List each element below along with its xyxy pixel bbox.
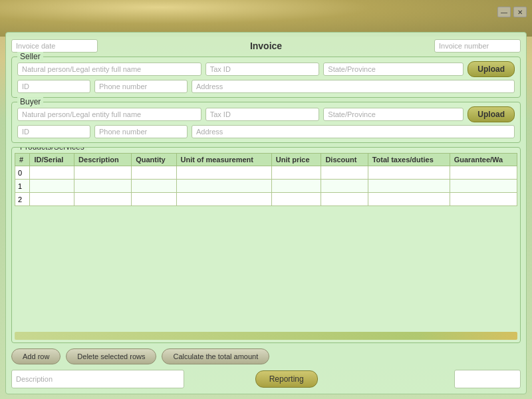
table-cell[interactable] — [132, 193, 176, 206]
table-cell[interactable]: 2 — [15, 193, 30, 206]
buyer-phone-input[interactable] — [94, 125, 188, 138]
col-taxes: Total taxes/duties — [368, 154, 450, 166]
footer-row: Reporting — [11, 370, 521, 388]
col-quantity: Quantity — [132, 154, 176, 166]
col-price: Unit price — [271, 154, 321, 166]
buyer-section: Buyer Upload — [11, 102, 521, 143]
table-cell[interactable] — [321, 193, 368, 206]
seller-fullname-input[interactable] — [17, 63, 201, 76]
buyer-id-input[interactable] — [17, 125, 90, 138]
action-buttons: Add row Delete selected rows Calculate t… — [11, 347, 521, 366]
products-table: # ID/Serial Description Quantity Unit of… — [15, 153, 517, 206]
buyer-legend: Buyer — [17, 97, 43, 106]
seller-section: Seller Upload — [11, 57, 521, 98]
table-cell[interactable] — [368, 166, 450, 180]
invoice-date-input[interactable] — [11, 39, 98, 53]
table-cell[interactable]: 1 — [15, 180, 30, 193]
col-guarantee: Guarantee/Wa — [450, 154, 517, 166]
table-cell[interactable] — [30, 180, 74, 193]
buyer-row-1: Upload — [17, 106, 515, 122]
table-cell[interactable] — [30, 193, 74, 206]
col-discount: Discount — [321, 154, 368, 166]
table-cell[interactable] — [74, 180, 132, 193]
table-cell[interactable] — [321, 180, 368, 193]
table-cell[interactable] — [271, 180, 321, 193]
invoice-number-input[interactable] — [434, 39, 521, 53]
buyer-fullname-input[interactable] — [17, 108, 201, 121]
table-cell[interactable] — [132, 180, 176, 193]
calculate-button[interactable]: Calculate the total amount — [162, 348, 269, 364]
table-cell[interactable] — [176, 180, 271, 193]
seller-row-2 — [17, 80, 515, 93]
col-description: Description — [74, 154, 132, 166]
close-button[interactable]: ✕ — [513, 7, 527, 17]
delete-rows-button[interactable]: Delete selected rows — [66, 348, 156, 364]
table-cell[interactable] — [450, 180, 517, 193]
seller-taxid-input[interactable] — [205, 63, 320, 76]
products-section: Products/Services # ID/Serial Descriptio… — [11, 147, 521, 343]
reporting-button[interactable]: Reporting — [255, 370, 318, 388]
table-cell[interactable] — [450, 193, 517, 206]
table-row[interactable]: 2 — [15, 193, 517, 206]
table-cell[interactable] — [271, 193, 321, 206]
table-cell[interactable] — [450, 166, 517, 180]
invoice-title: Invoice — [98, 41, 434, 51]
horizontal-scrollbar[interactable] — [15, 332, 517, 340]
seller-state-input[interactable] — [323, 63, 464, 76]
buyer-row-2 — [17, 125, 515, 138]
table-cell[interactable] — [30, 166, 74, 180]
table-cell[interactable] — [176, 166, 271, 180]
col-unit: Unit of measurement — [176, 154, 271, 166]
seller-id-input[interactable] — [17, 80, 90, 93]
table-row[interactable]: 1 — [15, 180, 517, 193]
table-cell[interactable] — [368, 193, 450, 206]
seller-address-input[interactable] — [192, 80, 515, 93]
footer-right-input[interactable] — [454, 370, 521, 388]
buyer-taxid-input[interactable] — [205, 108, 320, 121]
table-cell[interactable] — [321, 166, 368, 180]
titlebar: — ✕ — [0, 7, 532, 17]
main-window: Invoice Seller Upload Buyer Upload — [5, 32, 527, 394]
seller-row-1: Upload — [17, 61, 515, 77]
buyer-upload-button[interactable]: Upload — [467, 106, 515, 122]
seller-legend: Seller — [17, 52, 43, 61]
products-table-container[interactable]: # ID/Serial Description Quantity Unit of… — [15, 153, 517, 331]
invoice-header: Invoice — [11, 39, 521, 53]
buyer-state-input[interactable] — [323, 108, 464, 121]
seller-phone-input[interactable] — [94, 80, 188, 93]
description-input[interactable] — [11, 370, 184, 388]
minimize-button[interactable]: — — [497, 7, 511, 17]
table-header-row: # ID/Serial Description Quantity Unit of… — [15, 154, 517, 166]
table-cell[interactable] — [176, 193, 271, 206]
col-idserial: ID/Serial — [30, 154, 74, 166]
table-cell[interactable]: 0 — [15, 166, 30, 180]
table-cell[interactable] — [74, 193, 132, 206]
table-cell[interactable] — [368, 180, 450, 193]
col-num: # — [15, 154, 30, 166]
table-cell[interactable] — [74, 166, 132, 180]
buyer-address-input[interactable] — [192, 125, 515, 138]
table-row[interactable]: 0 — [15, 166, 517, 180]
seller-upload-button[interactable]: Upload — [467, 61, 515, 77]
table-cell[interactable] — [132, 166, 176, 180]
products-legend: Products/Services — [17, 147, 87, 152]
add-row-button[interactable]: Add row — [11, 348, 61, 364]
table-cell[interactable] — [271, 166, 321, 180]
